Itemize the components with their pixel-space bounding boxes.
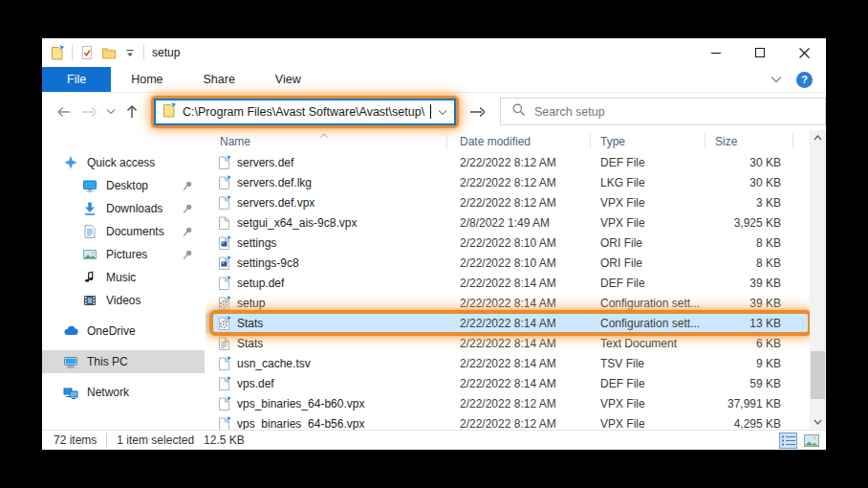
- file-row-settings-9c8[interactable]: settings-9c82/22/2022 8:10 AMORI File8 K…: [206, 253, 810, 273]
- type-cell: VPX File: [590, 216, 705, 230]
- help-icon[interactable]: ?: [796, 72, 813, 88]
- date-modified-cell: 2/22/2022 8:12 AM: [446, 417, 590, 431]
- folder-file-icon: [162, 102, 177, 122]
- new-folder-icon[interactable]: [101, 45, 117, 60]
- type-cell: DEF File: [590, 156, 705, 169]
- window-file-icon: [50, 45, 65, 60]
- sidebar-item-label: Desktop: [106, 179, 148, 192]
- sidebar-item-pictures[interactable]: Pictures: [42, 243, 205, 266]
- sidebar-item-desktop[interactable]: Desktop: [42, 174, 205, 197]
- file-row-usn-cache-tsv[interactable]: usn_cache.tsv2/22/2022 8:14 AMTSV File9 …: [206, 353, 810, 373]
- status-separator: [106, 433, 107, 447]
- file-row-servers-def-lkg[interactable]: servers.def.lkg2/22/2022 8:12 AMLKG File…: [206, 172, 810, 192]
- size-cell: 3 KB: [705, 196, 808, 210]
- file-name-cell: settings: [206, 235, 446, 251]
- file-row-stats[interactable]: Stats2/22/2022 8:14 AMConfiguration sett…: [206, 313, 810, 333]
- file-name-cell: servers.def.vpx: [206, 195, 446, 211]
- type-cell: Configuration sett...: [590, 317, 705, 330]
- file-row-vps-def[interactable]: vps.def2/22/2022 8:14 AMDEF File59 KB: [206, 373, 810, 393]
- thumbnail-view-icon[interactable]: [802, 433, 820, 449]
- back-arrow-icon[interactable]: [55, 105, 72, 119]
- window-title: setup: [152, 46, 180, 59]
- details-view-icon[interactable]: [779, 433, 797, 449]
- tab-file[interactable]: File: [42, 67, 111, 92]
- quick-access-toolbar: [50, 45, 144, 60]
- tab-share[interactable]: Share: [184, 67, 255, 92]
- file-blue-icon: [217, 356, 231, 371]
- date-modified-cell: 2/8/2022 1:49 AM: [446, 216, 590, 230]
- properties-check-icon[interactable]: [79, 45, 95, 60]
- address-bar[interactable]: C:\Program Files\Avast Software\Avast\se…: [154, 99, 456, 125]
- file-row-vps-binaries-64-b60-vpx[interactable]: vps_binaries_64-b60.vpx2/22/2022 8:12 AM…: [206, 393, 810, 413]
- column-resize-handle[interactable]: [590, 133, 591, 149]
- close-button[interactable]: [782, 38, 826, 67]
- sidebar-item-downloads[interactable]: Downloads: [42, 197, 205, 220]
- file-row-settings[interactable]: settings2/22/2022 8:10 AMORI File8 KB: [206, 233, 810, 253]
- file-blue-icon: [217, 155, 231, 170]
- sidebar-item-onedrive[interactable]: OneDrive: [42, 320, 205, 343]
- sidebar-item-documents[interactable]: Documents: [42, 220, 205, 243]
- scroll-down-icon[interactable]: [810, 414, 826, 430]
- file-name-cell: setup.def: [206, 276, 446, 291]
- type-cell: VPX File: [590, 397, 705, 410]
- file-row-setup[interactable]: setup2/22/2022 8:14 AMConfiguration sett…: [206, 293, 810, 313]
- column-header-date-modified[interactable]: Date modified: [446, 135, 590, 148]
- size-cell: 30 KB: [705, 156, 808, 169]
- file-row-servers-def-vpx[interactable]: servers.def.vpx2/22/2022 8:12 AMVPX File…: [206, 192, 810, 212]
- size-cell: 37,991 KB: [705, 397, 808, 410]
- date-modified-cell: 2/22/2022 8:14 AM: [446, 277, 590, 290]
- qat-separator: [143, 45, 144, 60]
- tab-home[interactable]: Home: [111, 67, 183, 92]
- column-header-type[interactable]: Type: [590, 135, 705, 148]
- sort-ascending-icon: [319, 128, 329, 142]
- type-cell: DEF File: [590, 277, 705, 290]
- sidebar-item-label: Documents: [106, 225, 164, 238]
- scrollbar-thumb[interactable]: [811, 351, 825, 399]
- type-cell: VPX File: [590, 196, 705, 210]
- up-arrow-icon[interactable]: [125, 104, 139, 119]
- sidebar-item-videos[interactable]: Videos: [42, 289, 205, 312]
- maximize-button[interactable]: [738, 38, 782, 67]
- search-box[interactable]: Search setup: [500, 98, 826, 125]
- search-icon: [511, 102, 526, 121]
- file-row-stats[interactable]: Stats2/22/2022 8:14 AMText Document6 KB: [206, 333, 810, 353]
- pin-icon: [182, 226, 193, 240]
- ribbon-expand-chevron-icon[interactable]: [770, 71, 783, 88]
- column-resize-handle[interactable]: [705, 133, 705, 149]
- sidebar-item-label: Videos: [106, 294, 141, 307]
- size-cell: 39 KB: [705, 277, 808, 290]
- column-resize-handle[interactable]: [446, 133, 447, 149]
- star-icon: [63, 155, 78, 170]
- date-modified-cell: 2/22/2022 8:10 AM: [446, 256, 590, 270]
- file-name-cell: Stats: [206, 336, 446, 351]
- file-config-icon: [217, 316, 231, 331]
- column-resize-handle[interactable]: [792, 133, 793, 149]
- vertical-scrollbar[interactable]: [810, 130, 826, 430]
- size-cell: 3,925 KB: [705, 216, 808, 230]
- cloud-icon: [63, 323, 78, 339]
- file-ori-icon: [217, 255, 231, 271]
- file-name-cell: setup: [206, 296, 446, 311]
- address-path[interactable]: C:\Program Files\Avast Software\Avast\se…: [183, 105, 428, 119]
- file-text-icon: [217, 336, 231, 351]
- file-name-cell: Stats: [206, 316, 446, 331]
- recent-locations-chevron-icon[interactable]: [105, 108, 117, 116]
- sidebar-item-music[interactable]: Music: [42, 266, 205, 289]
- file-blue-icon: [217, 175, 231, 190]
- scroll-up-icon[interactable]: [810, 130, 826, 145]
- tab-view[interactable]: View: [255, 67, 321, 92]
- file-row-setup-def[interactable]: setup.def2/22/2022 8:14 AMDEF File39 KB: [206, 273, 810, 293]
- file-plain-icon: [217, 215, 231, 231]
- sidebar-item-quick-access[interactable]: Quick access: [42, 151, 205, 174]
- address-dropdown-chevron-icon[interactable]: [437, 103, 448, 121]
- go-arrow-icon[interactable]: [468, 105, 485, 119]
- pin-icon: [182, 180, 193, 194]
- sidebar-item-this-pc[interactable]: This PC: [42, 350, 205, 373]
- sidebar-item-network[interactable]: Network: [42, 381, 205, 404]
- file-row-setgui-x64-ais-9c8-vpx[interactable]: setgui_x64_ais-9c8.vpx2/8/2022 1:49 AMVP…: [206, 212, 810, 233]
- minimize-button[interactable]: [694, 38, 738, 67]
- file-row-vps-binaries-64-b56-vpx[interactable]: vps_binaries_64-b56.vpx2/22/2022 8:12 AM…: [206, 413, 810, 430]
- file-row-servers-def[interactable]: servers.def2/22/2022 8:12 AMDEF File30 K…: [206, 152, 810, 172]
- forward-arrow-icon[interactable]: [80, 105, 97, 119]
- customize-qat-chevron-icon[interactable]: [123, 46, 137, 59]
